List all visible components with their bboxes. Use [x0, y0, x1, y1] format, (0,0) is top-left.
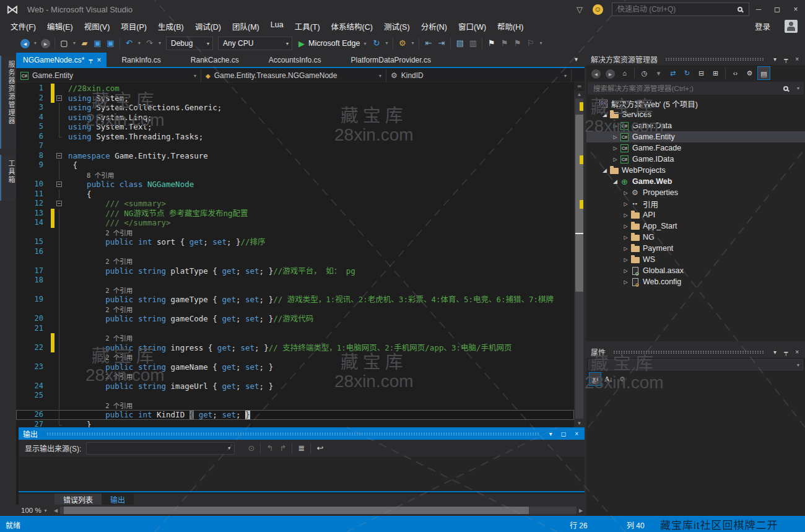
- code-line-21[interactable]: 21: [16, 324, 574, 334]
- clear-bookmarks-icon[interactable]: ⚐: [524, 37, 536, 50]
- horizontal-scrollbar-thumb[interactable]: [64, 507, 529, 514]
- new-file-menu-icon[interactable]: ▾: [71, 37, 77, 50]
- collapsed-arrow-icon[interactable]: ▷: [622, 279, 630, 285]
- fold-collapse-icon[interactable]: −: [56, 153, 62, 159]
- menu-item-13[interactable]: 帮助(H): [492, 19, 529, 34]
- close-panel-icon[interactable]: ×: [573, 430, 580, 437]
- scrollbar-track[interactable]: [575, 98, 583, 419]
- menu-item-10[interactable]: 测试(S): [378, 19, 416, 34]
- open-file-icon[interactable]: ▰: [79, 37, 90, 50]
- collapsed-arrow-icon[interactable]: ▷: [622, 246, 630, 251]
- output-content[interactable]: [19, 456, 585, 492]
- alphabetical-icon[interactable]: A↓: [603, 372, 615, 386]
- splitter-handle-icon[interactable]: ═: [574, 82, 585, 91]
- open-documents-dropdown-icon[interactable]: ▼: [568, 53, 585, 67]
- zoom-control[interactable]: 100 % ▾: [16, 507, 52, 514]
- code-line-4[interactable]: 4using System.Linq;: [16, 113, 574, 123]
- collapsed-arrow-icon[interactable]: ▷: [611, 146, 619, 151]
- expanded-arrow-icon[interactable]: ◢: [601, 111, 609, 118]
- collapsed-arrow-icon[interactable]: ▷: [611, 134, 619, 140]
- maximize-panel-icon[interactable]: ◻: [559, 430, 568, 437]
- copy-icon[interactable]: ⊞: [709, 66, 722, 80]
- bookmark-icon[interactable]: ⚑: [485, 37, 497, 50]
- menu-item-4[interactable]: 生成(B): [152, 19, 189, 34]
- close-tab-icon[interactable]: ×: [97, 56, 101, 64]
- outdent-icon[interactable]: ⇤: [422, 37, 434, 50]
- code-line-10[interactable]: 10− public class NGGameNode: [16, 180, 574, 190]
- codelens-row[interactable]: 2 个引用: [16, 333, 574, 343]
- tree-item-NG[interactable]: ▷NG: [586, 232, 805, 243]
- collapsed-arrow-icon[interactable]: ▷: [622, 190, 630, 196]
- codelens-row[interactable]: 2 个引用: [16, 256, 574, 266]
- se-forward-icon[interactable]: ▸: [604, 66, 617, 80]
- scroll-left-icon[interactable]: ◀: [52, 508, 59, 513]
- side-tab-1[interactable]: 工具箱: [0, 155, 16, 201]
- expanded-arrow-icon[interactable]: ◢: [611, 178, 619, 185]
- prev-bookmark-icon[interactable]: ⚑: [498, 37, 510, 50]
- property-pages-icon[interactable]: ⚙: [616, 372, 629, 386]
- document-tab-1[interactable]: RankInfo.cs: [107, 53, 175, 67]
- fold-collapse-icon[interactable]: −: [56, 95, 62, 101]
- tree-item-Game.IData[interactable]: ▷C#Game.IData: [586, 154, 805, 165]
- pin-icon[interactable]: ┯: [782, 349, 790, 355]
- feedback-smiley-icon[interactable]: ☺: [593, 4, 603, 15]
- collapse-all-icon[interactable]: ⊟: [695, 66, 708, 80]
- bookmarks-menu-icon[interactable]: ▾: [537, 37, 544, 50]
- code-line-12[interactable]: 12− /// <summary>: [16, 199, 574, 209]
- scroll-down-icon[interactable]: ▼: [574, 420, 585, 427]
- tree-item-Game.Web[interactable]: ◢⊕Game.Web: [586, 176, 805, 187]
- quick-launch-input[interactable]: [612, 5, 738, 14]
- redo-menu-icon[interactable]: ▾: [157, 37, 163, 50]
- scroll-up-icon[interactable]: ▲: [574, 91, 585, 98]
- code-line-27[interactable]: 27 }: [16, 420, 574, 428]
- prev-message-icon[interactable]: ↰: [264, 442, 276, 455]
- uncomment-icon[interactable]: ▥: [467, 37, 479, 50]
- close-panel-icon[interactable]: ×: [793, 56, 801, 63]
- collapsed-arrow-icon[interactable]: ▷: [622, 224, 630, 229]
- scroll-right-icon[interactable]: ▶: [577, 508, 585, 513]
- menu-item-5[interactable]: 调试(D): [189, 19, 227, 34]
- menu-item-9[interactable]: 体系结构(C): [326, 19, 378, 34]
- debug-target-combo[interactable]: Debug▾: [166, 37, 213, 50]
- code-line-1[interactable]: 1//28xin.com: [16, 84, 574, 94]
- tree-item-Game.Data[interactable]: ▷C#Game.Data: [586, 120, 805, 131]
- code-line-24[interactable]: 24 public string imageUrl { get; set; }: [16, 382, 574, 391]
- platform-combo[interactable]: Any CPU▾: [218, 37, 292, 50]
- code-line-26[interactable]: 26 public int KindID { get; set; }: [16, 410, 574, 420]
- se-home-icon[interactable]: ⌂: [618, 66, 631, 80]
- tree-item-Properties[interactable]: ▷⚙Properties: [586, 187, 805, 198]
- document-tab-0[interactable]: NGGameNode.cs*┯×: [16, 53, 107, 67]
- comment-icon[interactable]: ▤: [454, 37, 466, 50]
- window-menu-icon[interactable]: ▾: [547, 430, 554, 437]
- notifications-flag-icon[interactable]: ▽: [577, 5, 583, 14]
- tree-item-Payment[interactable]: ▷Payment: [586, 243, 805, 254]
- code-line-23[interactable]: 23 public string gameName { get; set; }: [16, 362, 574, 372]
- menu-item-6[interactable]: 团队(M): [227, 19, 265, 34]
- se-back-icon[interactable]: ◂: [590, 66, 603, 80]
- output-source-combo[interactable]: ▾: [86, 442, 235, 455]
- menu-item-1[interactable]: 编辑(E): [41, 19, 79, 34]
- window-menu-icon[interactable]: ▾: [772, 56, 778, 63]
- output-panel-titlebar[interactable]: 输出 ▾ ◻ ×: [19, 427, 585, 440]
- tree-item-WS[interactable]: ▷WS: [586, 254, 805, 265]
- bottom-tab-0[interactable]: 错误列表: [54, 494, 102, 505]
- codelens-row[interactable]: 2 个引用: [16, 401, 574, 411]
- navigation-dropdown-2[interactable]: ⚙KindID▾: [386, 69, 572, 82]
- side-tab-0[interactable]: 服务器资源管理器: [0, 56, 16, 149]
- collapsed-arrow-icon[interactable]: ▷: [611, 157, 619, 162]
- navigation-dropdown-0[interactable]: C#Game.Entity▾: [16, 69, 201, 82]
- collapsed-arrow-icon[interactable]: ▷: [622, 212, 630, 218]
- save-icon[interactable]: ▣: [92, 37, 103, 50]
- solution-explorer-titlebar[interactable]: 解决方案资源管理器 ▾ ┯ ×: [586, 53, 805, 65]
- editor-vertical-scrollbar[interactable]: ═ ▲ ▼: [574, 82, 585, 427]
- menu-item-11[interactable]: 分析(N): [416, 19, 453, 34]
- filter-menu-icon[interactable]: ▾: [652, 66, 665, 80]
- navigation-dropdown-1[interactable]: ◆Game.Entity.Treasure.NGGameNode▾: [201, 69, 386, 82]
- menu-item-3[interactable]: 项目(P): [115, 19, 152, 34]
- close-button[interactable]: ×: [786, 0, 805, 19]
- code-line-25[interactable]: 25: [16, 391, 574, 401]
- undo-icon[interactable]: ↶: [123, 37, 135, 50]
- code-line-15[interactable]: 15 public int sort { get; set; }//排序: [16, 237, 574, 247]
- tree-item-[interactable]: ▷▪▪引用: [586, 198, 805, 209]
- back-menu-icon[interactable]: ▾: [32, 37, 38, 50]
